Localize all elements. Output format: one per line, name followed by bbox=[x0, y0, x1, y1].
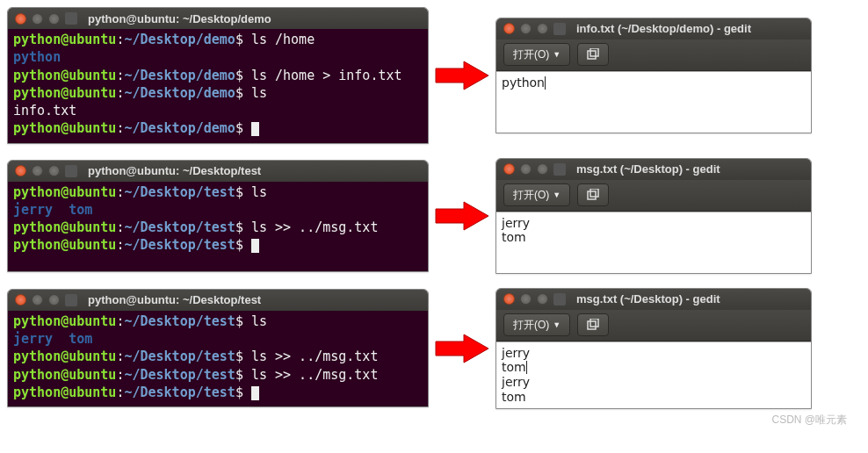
minimize-icon[interactable] bbox=[32, 165, 43, 176]
svg-rect-4 bbox=[588, 191, 596, 199]
gedit-editor-body[interactable]: python bbox=[496, 71, 811, 133]
window-title-text: msg.txt (~/Desktop) - gedit bbox=[576, 162, 720, 176]
minimize-icon[interactable] bbox=[520, 23, 532, 34]
prompt-user: python@ubuntu bbox=[13, 120, 116, 136]
terminal-app-icon bbox=[65, 294, 77, 306]
prompt-user: python@ubuntu bbox=[13, 237, 116, 253]
prompt-path: ~/Desktop/demo bbox=[124, 32, 235, 47]
close-icon[interactable] bbox=[15, 13, 26, 25]
gedit-toolbar: 打开(O)▼ bbox=[496, 40, 811, 71]
terminal-cursor bbox=[251, 386, 259, 400]
maximize-icon[interactable] bbox=[537, 163, 548, 175]
chevron-down-icon: ▼ bbox=[553, 320, 561, 329]
command-text: ls bbox=[251, 313, 267, 329]
window-titlebar[interactable]: python@ubuntu: ~/Desktop/test bbox=[8, 161, 428, 182]
prompt-user: python@ubuntu bbox=[13, 184, 116, 200]
new-tab-button[interactable] bbox=[577, 43, 609, 66]
arrow-icon bbox=[429, 200, 495, 232]
terminal-output: jerry tom bbox=[13, 202, 92, 218]
gedit-window: msg.txt (~/Desktop) - gedit打开(O)▼jerry t… bbox=[495, 288, 812, 409]
terminal-app-icon bbox=[65, 165, 77, 177]
window-title-text: msg.txt (~/Desktop) - gedit bbox=[576, 292, 720, 306]
gedit-app-icon bbox=[553, 293, 566, 306]
terminal-window: python@ubuntu: ~/Desktop/demopython@ubun… bbox=[7, 7, 429, 144]
gedit-window: info.txt (~/Desktop/demo) - gedit打开(O)▼p… bbox=[495, 18, 812, 133]
window-titlebar[interactable]: msg.txt (~/Desktop) - gedit bbox=[496, 289, 811, 310]
command-text: ls /home > info.txt bbox=[251, 68, 402, 83]
open-button[interactable]: 打开(O)▼ bbox=[503, 183, 570, 206]
arrow-icon bbox=[429, 60, 495, 91]
command-text: ls bbox=[251, 184, 267, 200]
window-title-text: python@ubuntu: ~/Desktop/test bbox=[88, 293, 261, 306]
example-row: python@ubuntu: ~/Desktop/testpython@ubun… bbox=[7, 288, 861, 409]
new-tab-icon bbox=[587, 189, 599, 201]
minimize-icon[interactable] bbox=[32, 13, 43, 25]
prompt-path: ~/Desktop/test bbox=[124, 367, 235, 383]
command-text: ls >> ../msg.txt bbox=[251, 219, 379, 235]
window-title-text: python@ubuntu: ~/Desktop/demo bbox=[88, 12, 271, 25]
window-titlebar[interactable]: msg.txt (~/Desktop) - gedit bbox=[496, 159, 811, 180]
minimize-icon[interactable] bbox=[520, 163, 532, 175]
terminal-output: jerry tom bbox=[13, 331, 92, 347]
prompt-user: python@ubuntu bbox=[13, 85, 116, 101]
open-button-label: 打开(O) bbox=[513, 188, 549, 203]
prompt-user: python@ubuntu bbox=[13, 32, 116, 47]
prompt-user: python@ubuntu bbox=[13, 367, 116, 383]
terminal-window: python@ubuntu: ~/Desktop/testpython@ubun… bbox=[7, 160, 429, 272]
watermark-text: CSDN @唯元素 bbox=[7, 413, 861, 428]
prompt-path: ~/Desktop/test bbox=[124, 313, 235, 329]
gedit-editor-body[interactable]: jerry tom jerry tom bbox=[496, 342, 811, 408]
new-tab-button[interactable] bbox=[577, 183, 609, 206]
close-icon[interactable] bbox=[503, 23, 515, 34]
prompt-path: ~/Desktop/test bbox=[124, 237, 235, 253]
maximize-icon[interactable] bbox=[48, 13, 60, 25]
close-icon[interactable] bbox=[503, 293, 515, 305]
open-button-label: 打开(O) bbox=[513, 47, 549, 62]
command-text: ls >> ../msg.txt bbox=[251, 367, 379, 383]
new-tab-button[interactable] bbox=[577, 313, 609, 336]
gedit-window: msg.txt (~/Desktop) - gedit打开(O)▼jerry t… bbox=[495, 158, 812, 274]
prompt-user: python@ubuntu bbox=[13, 349, 116, 364]
minimize-icon[interactable] bbox=[520, 293, 532, 305]
minimize-icon[interactable] bbox=[32, 294, 43, 306]
gedit-editor-body[interactable]: jerry tom bbox=[496, 212, 811, 273]
svg-marker-0 bbox=[436, 61, 488, 90]
open-button-label: 打开(O) bbox=[513, 318, 549, 333]
gedit-toolbar: 打开(O)▼ bbox=[496, 310, 811, 342]
window-titlebar[interactable]: info.txt (~/Desktop/demo) - gedit bbox=[496, 18, 811, 40]
terminal-body[interactable]: python@ubuntu:~/Desktop/demo$ ls /home p… bbox=[8, 29, 428, 143]
svg-rect-8 bbox=[590, 319, 598, 327]
window-title-text: info.txt (~/Desktop/demo) - gedit bbox=[576, 22, 751, 35]
close-icon[interactable] bbox=[15, 294, 26, 306]
terminal-output: info.txt bbox=[13, 103, 76, 119]
terminal-cursor bbox=[251, 122, 259, 136]
chevron-down-icon: ▼ bbox=[553, 191, 561, 199]
terminal-body[interactable]: python@ubuntu:~/Desktop/test$ ls jerry t… bbox=[8, 182, 428, 271]
window-titlebar[interactable]: python@ubuntu: ~/Desktop/demo bbox=[8, 8, 428, 29]
maximize-icon[interactable] bbox=[48, 165, 60, 176]
open-button[interactable]: 打开(O)▼ bbox=[503, 43, 570, 66]
svg-rect-2 bbox=[590, 48, 598, 56]
close-icon[interactable] bbox=[15, 165, 26, 176]
terminal-body[interactable]: python@ubuntu:~/Desktop/test$ ls jerry t… bbox=[8, 311, 428, 406]
command-text: ls bbox=[251, 85, 267, 101]
prompt-user: python@ubuntu bbox=[13, 313, 116, 329]
prompt-path: ~/Desktop/test bbox=[124, 219, 235, 235]
text-cursor bbox=[545, 76, 546, 90]
window-titlebar[interactable]: python@ubuntu: ~/Desktop/test bbox=[8, 290, 428, 311]
example-row: python@ubuntu: ~/Desktop/testpython@ubun… bbox=[7, 158, 861, 274]
maximize-icon[interactable] bbox=[48, 294, 60, 306]
new-tab-icon bbox=[587, 319, 599, 331]
terminal-app-icon bbox=[65, 12, 77, 25]
svg-marker-3 bbox=[436, 202, 488, 230]
close-icon[interactable] bbox=[503, 163, 515, 175]
prompt-path: ~/Desktop/test bbox=[124, 385, 235, 400]
gedit-app-icon bbox=[553, 23, 566, 35]
text-cursor bbox=[526, 361, 527, 374]
prompt-path: ~/Desktop/demo bbox=[124, 120, 235, 136]
chevron-down-icon: ▼ bbox=[553, 50, 561, 59]
maximize-icon[interactable] bbox=[537, 23, 548, 34]
open-button[interactable]: 打开(O)▼ bbox=[503, 313, 570, 336]
maximize-icon[interactable] bbox=[537, 293, 548, 305]
prompt-path: ~/Desktop/demo bbox=[124, 68, 235, 83]
